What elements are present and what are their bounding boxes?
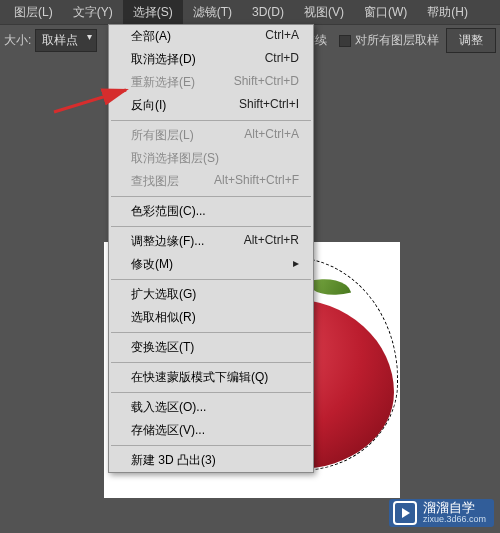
menu-separator	[111, 196, 311, 197]
sample-all-checkbox-wrap[interactable]: 对所有图层取样	[339, 32, 439, 49]
menu-item-inverse[interactable]: 反向(I)Shift+Ctrl+I	[109, 94, 313, 117]
menu-text[interactable]: 文字(Y)	[63, 0, 123, 25]
menu-item-deselect[interactable]: 取消选择(D)Ctrl+D	[109, 48, 313, 71]
menu-item-quick-mask[interactable]: 在快速蒙版模式下编辑(Q)	[109, 366, 313, 389]
menu-separator	[111, 279, 311, 280]
menu-3d[interactable]: 3D(D)	[242, 1, 294, 23]
menu-separator	[111, 445, 311, 446]
menu-item-all-layers: 所有图层(L)Alt+Ctrl+A	[109, 124, 313, 147]
menu-window[interactable]: 窗口(W)	[354, 0, 417, 25]
menu-separator	[111, 362, 311, 363]
menu-layer[interactable]: 图层(L)	[4, 0, 63, 25]
menu-view[interactable]: 视图(V)	[294, 0, 354, 25]
menu-item-reselect: 重新选择(E)Shift+Ctrl+D	[109, 71, 313, 94]
watermark-subtitle: zixue.3d66.com	[423, 515, 486, 525]
menu-item-grow[interactable]: 扩大选取(G)	[109, 283, 313, 306]
menu-item-transform-selection[interactable]: 变换选区(T)	[109, 336, 313, 359]
adjust-button[interactable]: 调整	[446, 28, 496, 53]
menu-item-load-selection[interactable]: 载入选区(O)...	[109, 396, 313, 419]
watermark-title: 溜溜自学	[423, 501, 486, 515]
menu-item-save-selection[interactable]: 存储选区(V)...	[109, 419, 313, 442]
menu-select[interactable]: 选择(S)	[123, 0, 183, 25]
menu-item-find-layers: 查找图层Alt+Shift+Ctrl+F	[109, 170, 313, 193]
menu-item-new-3d-extrusion[interactable]: 新建 3D 凸出(3)	[109, 449, 313, 472]
menu-filter[interactable]: 滤镜(T)	[183, 0, 242, 25]
menu-item-select-all[interactable]: 全部(A)Ctrl+A	[109, 25, 313, 48]
select-menu-dropdown: 全部(A)Ctrl+A 取消选择(D)Ctrl+D 重新选择(E)Shift+C…	[108, 24, 314, 473]
menu-separator	[111, 120, 311, 121]
play-icon	[393, 501, 417, 525]
watermark: 溜溜自学 zixue.3d66.com	[389, 499, 494, 527]
menu-item-similar[interactable]: 选取相似(R)	[109, 306, 313, 329]
size-dropdown[interactable]: 取样点	[35, 29, 97, 52]
size-label: 大小:	[4, 32, 31, 49]
menubar: 图层(L) 文字(Y) 选择(S) 滤镜(T) 3D(D) 视图(V) 窗口(W…	[0, 0, 500, 24]
menu-item-deselect-layers: 取消选择图层(S)	[109, 147, 313, 170]
menu-separator	[111, 332, 311, 333]
sample-all-checkbox[interactable]	[339, 35, 351, 47]
menu-help[interactable]: 帮助(H)	[417, 0, 478, 25]
menu-item-modify[interactable]: 修改(M)▸	[109, 253, 313, 276]
menu-item-color-range[interactable]: 色彩范围(C)...	[109, 200, 313, 223]
sample-all-label: 对所有图层取样	[355, 32, 439, 49]
menu-separator	[111, 226, 311, 227]
menu-separator	[111, 392, 311, 393]
menu-item-refine-edge[interactable]: 调整边缘(F)...Alt+Ctrl+R	[109, 230, 313, 253]
